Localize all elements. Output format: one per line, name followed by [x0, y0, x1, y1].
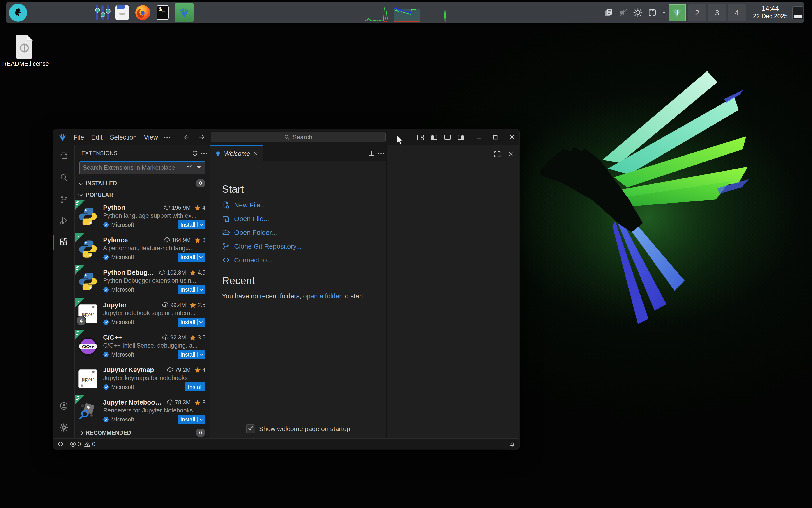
install-button[interactable]: Install	[178, 253, 205, 262]
workspace-button-4[interactable]: 4	[728, 4, 746, 22]
workspace-button-1[interactable]: 1	[668, 4, 686, 22]
install-dropdown[interactable]	[199, 320, 203, 324]
refresh-icon[interactable]	[192, 150, 198, 157]
show-desktop-button[interactable]	[792, 6, 804, 19]
brightness-icon[interactable]	[633, 8, 643, 17]
install-dropdown[interactable]	[199, 222, 203, 226]
customize-layout-icon[interactable]	[417, 133, 424, 141]
minimize-button[interactable]	[475, 133, 482, 141]
sidebar-title: EXTENSIONS	[81, 150, 118, 157]
clipboard-tray-icon[interactable]	[604, 8, 614, 17]
start-link[interactable]: Open Folder...	[222, 228, 386, 237]
titlebar[interactable]: FileEditSelectionView Search	[53, 129, 519, 145]
tab-close-icon[interactable]	[253, 151, 259, 157]
maximize-button[interactable]	[492, 133, 499, 141]
rating-value: 3	[202, 237, 205, 243]
rating-value: 4	[202, 367, 205, 373]
install-button[interactable]: Install	[178, 415, 205, 424]
extension-row[interactable]: jupyter Jupyter Keymap 79.2M 4	[75, 363, 210, 395]
tray-expand-chevron-icon[interactable]	[662, 11, 666, 14]
recommended-section-header[interactable]: RECOMMENDED 0	[75, 427, 210, 438]
extension-row[interactable]: Python Debugger 102.3M 4.5 Python Debugg…	[75, 265, 210, 298]
toggle-primary-sidebar-icon[interactable]	[430, 133, 438, 141]
extensions-search-box[interactable]	[79, 161, 205, 174]
install-dropdown[interactable]	[199, 352, 203, 356]
close-button[interactable]	[508, 133, 516, 141]
app-menu-button[interactable]	[9, 4, 27, 22]
activity-settings-gear-icon[interactable]	[53, 417, 74, 438]
notifications-bell-icon[interactable]	[509, 441, 515, 447]
start-link[interactable]: Connect to...	[222, 256, 386, 264]
activity-run-debug-icon[interactable]	[53, 210, 74, 232]
extension-row[interactable]: Pylance 164.9M 3 A performant, feature-r…	[75, 233, 210, 265]
panel-clock[interactable]: 14:44 22 Dec 2025	[750, 4, 790, 20]
install-dropdown[interactable]	[199, 287, 203, 291]
close-pane-icon[interactable]	[507, 151, 514, 157]
activity-source-control-icon[interactable]	[53, 188, 74, 210]
start-link[interactable]: Open File...	[222, 215, 386, 223]
desktop-icon-readme[interactable]: README.license	[2, 34, 47, 68]
activity-extensions-icon[interactable]	[53, 232, 74, 253]
install-dropdown[interactable]	[199, 255, 203, 258]
errors-count: 0	[78, 440, 81, 448]
extension-row[interactable]: Python 196.9M 4 Python language support …	[75, 200, 210, 233]
extension-row[interactable]: Jupyter Notebook ... 78.3M 3 Renderers f…	[75, 395, 210, 427]
extensions-search-input[interactable]	[82, 164, 186, 171]
tab-welcome[interactable]: Welcome	[210, 145, 263, 161]
toggle-panel-icon[interactable]	[444, 133, 451, 141]
network-tray-icon[interactable]	[647, 8, 657, 17]
installed-section-header[interactable]: INSTALLED 0	[75, 178, 210, 189]
activity-search-icon[interactable]	[53, 167, 74, 188]
terminal-launcher-icon[interactable]: $_	[157, 5, 169, 20]
sidebar-more-actions-icon[interactable]	[203, 153, 204, 154]
editor-more-actions-icon[interactable]	[380, 153, 382, 154]
open-a-folder-link[interactable]: open a folder	[303, 293, 341, 300]
install-button[interactable]: Install	[178, 350, 205, 359]
command-center-search[interactable]: Search	[211, 132, 386, 142]
rating-star-icon	[194, 367, 201, 373]
verified-publisher-icon	[103, 287, 109, 293]
file-manager-launcher-icon[interactable]	[115, 5, 129, 20]
activity-explorer-icon[interactable]	[53, 145, 74, 167]
menu-view[interactable]: View	[140, 129, 161, 145]
popular-section-header[interactable]: POPULAR	[75, 189, 210, 200]
menubar-overflow-button[interactable]	[161, 137, 173, 138]
install-button[interactable]: Install	[178, 318, 205, 327]
workspace-button-3[interactable]: 3	[708, 4, 726, 22]
install-button[interactable]: Install	[185, 382, 205, 391]
jupyter-renderers-extension-icon	[78, 401, 98, 421]
firefox-launcher-icon[interactable]	[135, 5, 150, 20]
install-button[interactable]: Install	[178, 220, 205, 229]
network-graph	[423, 4, 450, 22]
system-monitor-graphs[interactable]	[365, 4, 450, 22]
problems-indicator[interactable]: 0 0	[68, 440, 98, 448]
fullscreen-icon[interactable]	[494, 151, 501, 158]
filter-icon[interactable]	[196, 164, 202, 171]
vscode-launcher-icon[interactable]	[175, 3, 194, 22]
install-dropdown[interactable]	[199, 417, 203, 421]
menu-selection[interactable]: Selection	[106, 129, 140, 145]
nav-back-icon[interactable]	[183, 134, 190, 140]
split-editor-icon[interactable]	[368, 150, 375, 157]
workspace-button-2[interactable]: 2	[688, 4, 706, 22]
volume-muted-icon[interactable]	[618, 8, 628, 17]
welcome-startup-checkbox[interactable]	[246, 424, 255, 433]
start-link[interactable]: New File...	[222, 201, 386, 209]
extension-row[interactable]: jupyter 4 Jupyter 99.4M 2.5	[75, 298, 210, 330]
start-link-label: Clone Git Repository...	[234, 243, 302, 250]
extension-description: A performant, feature-rich langu...	[103, 245, 205, 252]
downloads-icon	[167, 367, 173, 373]
extension-row[interactable]: C/C++ C/C++ 92.3M 3.5	[75, 330, 210, 363]
clear-search-icon[interactable]	[186, 164, 192, 171]
warnings-count: 0	[92, 440, 95, 448]
start-link[interactable]: Clone Git Repository...	[222, 242, 386, 250]
settings-launcher-icon[interactable]	[95, 5, 109, 20]
install-button[interactable]: Install	[178, 285, 205, 294]
welcome-page: Start New File... Open File... Open Fold…	[210, 161, 386, 438]
activity-accounts-icon[interactable]	[53, 395, 74, 417]
remote-indicator[interactable]	[53, 438, 68, 450]
menu-file[interactable]: File	[70, 129, 88, 145]
menu-edit[interactable]: Edit	[88, 129, 106, 145]
nav-forward-icon[interactable]	[198, 134, 205, 140]
toggle-secondary-sidebar-icon[interactable]	[457, 133, 465, 141]
